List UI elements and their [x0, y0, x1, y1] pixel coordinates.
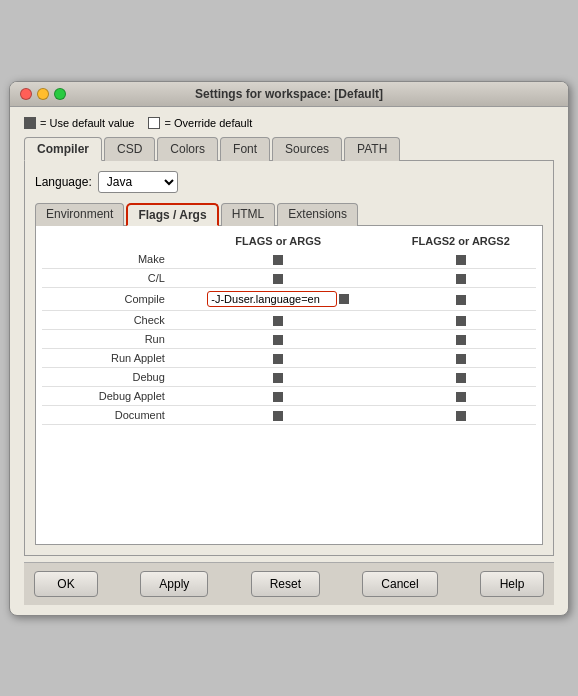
row-flags2 — [386, 348, 536, 367]
table-row: Debug — [42, 367, 536, 386]
row-label: Debug Applet — [42, 387, 171, 406]
default-square-icon — [273, 274, 283, 284]
default-square2-icon — [456, 392, 466, 402]
table-row: Compile — [42, 287, 536, 310]
col-spacer — [42, 232, 171, 250]
default-square2-icon — [456, 411, 466, 421]
window-body: = Use default value = Override default C… — [10, 107, 568, 615]
tab-colors[interactable]: Colors — [157, 137, 218, 161]
sub-tab-bar: Environment Flags / Args HTML Extensions — [35, 203, 543, 226]
legend-row: = Use default value = Override default — [24, 117, 554, 129]
default-square-icon — [273, 411, 283, 421]
tab-font[interactable]: Font — [220, 137, 270, 161]
table-row: C/L — [42, 268, 536, 287]
row-label: Run Applet — [42, 348, 171, 367]
default-square2-icon — [456, 295, 466, 305]
subtab-environment[interactable]: Environment — [35, 203, 124, 226]
row-flags — [171, 406, 386, 425]
table-row: Check — [42, 310, 536, 329]
subtab-flags-args[interactable]: Flags / Args — [126, 203, 218, 226]
cancel-button[interactable]: Cancel — [362, 571, 437, 597]
row-flags2 — [386, 310, 536, 329]
table-row: Run — [42, 329, 536, 348]
row-label: Make — [42, 250, 171, 269]
settings-window: Settings for workspace: [Default] = Use … — [9, 81, 569, 616]
default-square-icon — [273, 316, 283, 326]
table-row: Run Applet — [42, 348, 536, 367]
default-square-icon — [273, 335, 283, 345]
close-button[interactable] — [20, 88, 32, 100]
row-flags — [171, 387, 386, 406]
default-square-icon — [273, 354, 283, 364]
row-flags2 — [386, 367, 536, 386]
bottom-bar: OK Apply Reset Cancel Help — [24, 562, 554, 605]
tab-path[interactable]: PATH — [344, 137, 400, 161]
row-label: Check — [42, 310, 171, 329]
inner-table-area: FLAGS or ARGS FLAGS2 or ARGS2 MakeC/LCom… — [35, 225, 543, 545]
default-label: = Use default value — [40, 117, 134, 129]
row-flags[interactable] — [171, 287, 386, 310]
window-title: Settings for workspace: [Default] — [195, 87, 383, 101]
maximize-button[interactable] — [54, 88, 66, 100]
language-row: Language: Java — [35, 171, 543, 193]
flags-text-field[interactable] — [207, 291, 337, 307]
row-flags2 — [386, 250, 536, 269]
row-label: Document — [42, 406, 171, 425]
override-legend: = Override default — [148, 117, 252, 129]
default-square-icon — [273, 373, 283, 383]
default-square2-icon — [456, 335, 466, 345]
minimize-button[interactable] — [37, 88, 49, 100]
default-square2-icon — [456, 255, 466, 265]
content-area: Language: Java Environment Flags / Args … — [24, 160, 554, 556]
table-row: Debug Applet — [42, 387, 536, 406]
reset-button[interactable]: Reset — [251, 571, 320, 597]
row-flags2 — [386, 329, 536, 348]
row-flags — [171, 268, 386, 287]
default-square-icon — [24, 117, 36, 129]
default-square2-icon — [456, 354, 466, 364]
default-square2-icon — [456, 274, 466, 284]
window-controls — [20, 88, 66, 100]
ok-button[interactable]: OK — [34, 571, 98, 597]
row-flags2 — [386, 387, 536, 406]
main-tab-bar: Compiler CSD Colors Font Sources PATH — [24, 137, 554, 161]
table-row: Make — [42, 250, 536, 269]
default-square-icon — [273, 392, 283, 402]
default-legend: = Use default value — [24, 117, 134, 129]
override-checkbox[interactable] — [339, 294, 349, 304]
tab-compiler[interactable]: Compiler — [24, 137, 102, 161]
title-bar: Settings for workspace: [Default] — [10, 82, 568, 107]
row-flags — [171, 250, 386, 269]
row-flags2 — [386, 406, 536, 425]
language-label: Language: — [35, 175, 92, 189]
row-flags — [171, 310, 386, 329]
override-square-icon — [148, 117, 160, 129]
tab-csd[interactable]: CSD — [104, 137, 155, 161]
apply-button[interactable]: Apply — [140, 571, 208, 597]
subtab-extensions[interactable]: Extensions — [277, 203, 358, 226]
row-flags — [171, 329, 386, 348]
default-square-icon — [273, 255, 283, 265]
row-label: Compile — [42, 287, 171, 310]
row-label: Debug — [42, 367, 171, 386]
default-square2-icon — [456, 316, 466, 326]
table-row: Document — [42, 406, 536, 425]
default-square2-icon — [456, 373, 466, 383]
col-header-flags2: FLAGS2 or ARGS2 — [386, 232, 536, 250]
row-flags — [171, 367, 386, 386]
language-select[interactable]: Java — [98, 171, 178, 193]
subtab-html[interactable]: HTML — [221, 203, 276, 226]
row-label: Run — [42, 329, 171, 348]
override-label: = Override default — [164, 117, 252, 129]
help-button[interactable]: Help — [480, 571, 544, 597]
row-flags — [171, 348, 386, 367]
row-flags2 — [386, 287, 536, 310]
row-label: C/L — [42, 268, 171, 287]
row-flags2 — [386, 268, 536, 287]
flags-table: FLAGS or ARGS FLAGS2 or ARGS2 MakeC/LCom… — [42, 232, 536, 426]
tab-sources[interactable]: Sources — [272, 137, 342, 161]
col-header-flags: FLAGS or ARGS — [171, 232, 386, 250]
